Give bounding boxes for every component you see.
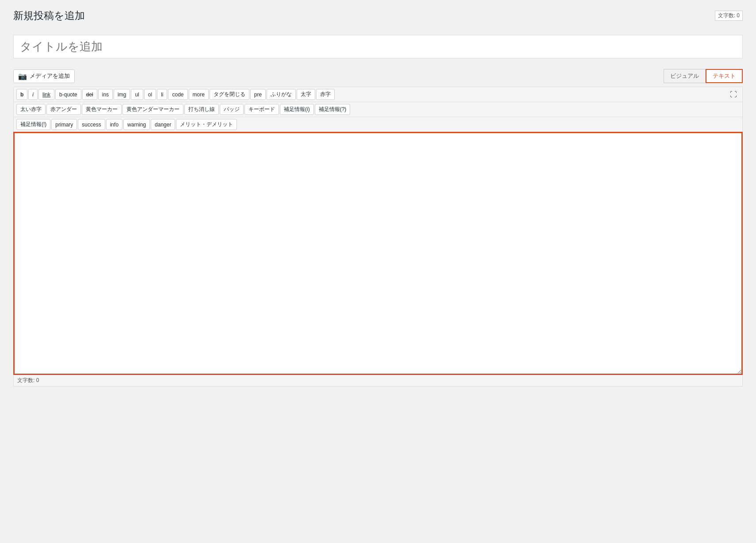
toolbar-btn-ul[interactable]: ul: [131, 89, 143, 100]
toolbar-btn-del[interactable]: del: [82, 89, 97, 100]
toolbar-btn-ins[interactable]: ins: [98, 89, 113, 100]
toolbar-btn-success[interactable]: success: [78, 119, 105, 130]
toolbar-btn-bold-jp[interactable]: 太字: [297, 89, 315, 100]
toolbar-btn-strikethrough[interactable]: 打ち消し線: [184, 104, 219, 115]
toolbar-btn-close-tag[interactable]: タグを閉じる: [210, 89, 249, 100]
toolbar-btn-code[interactable]: code: [168, 89, 187, 100]
add-media-button[interactable]: 📷 メディアを追加: [13, 69, 75, 83]
toolbar-row-3: 補足情報(!) primary success info warning dan…: [14, 117, 742, 132]
media-icon: 📷: [18, 72, 27, 80]
toolbar-btn-pre[interactable]: pre: [250, 89, 266, 100]
char-count-bottom: 文字数: 0: [13, 375, 743, 386]
toolbar-btn-info-q[interactable]: 補足情報(?): [315, 104, 351, 115]
editor-toolbar: b i link b-quote del ins img ul ol li co…: [13, 87, 743, 132]
toolbar-btn-yellow-under-marker[interactable]: 黄色アンダーマーカー: [122, 104, 183, 115]
toolbar-btn-warning[interactable]: warning: [123, 119, 150, 130]
tab-visual[interactable]: ビジュアル: [664, 69, 706, 83]
toolbar-btn-furigana[interactable]: ふりがな: [267, 89, 296, 100]
toolbar-btn-b[interactable]: b: [16, 89, 27, 100]
toolbar-btn-red-under[interactable]: 赤アンダー: [46, 104, 81, 115]
toolbar-row-2: 太い赤字 赤アンダー 黄色マーカー 黄色アンダーマーカー 打ち消し線 バッジ キ…: [14, 102, 742, 117]
toolbar-btn-danger[interactable]: danger: [151, 119, 175, 130]
toolbar-btn-link[interactable]: link: [38, 89, 54, 100]
toolbar-btn-merit-demerit[interactable]: メリット・デメリット: [176, 119, 237, 130]
tab-text[interactable]: テキスト: [706, 69, 743, 83]
toolbar-btn-badge[interactable]: バッジ: [220, 104, 244, 115]
toolbar-btn-primary[interactable]: primary: [51, 119, 77, 130]
toolbar-btn-keyboard[interactable]: キーボード: [244, 104, 279, 115]
add-media-label: メディアを追加: [30, 72, 70, 80]
toolbar-btn-info-i[interactable]: 補足情報(i): [280, 104, 314, 115]
toolbar-btn-i[interactable]: i: [28, 89, 38, 100]
toolbar-btn-img[interactable]: img: [114, 89, 130, 100]
title-input[interactable]: [13, 35, 743, 58]
editor-textarea[interactable]: [13, 132, 743, 375]
char-count-top: 文字数: 0: [715, 11, 743, 21]
toolbar-row-1: b i link b-quote del ins img ul ol li co…: [14, 87, 742, 102]
expand-icon[interactable]: ⛶: [727, 89, 740, 100]
toolbar-btn-info[interactable]: info: [106, 119, 122, 130]
toolbar-btn-info-ex[interactable]: 補足情報(!): [16, 119, 50, 130]
toolbar-btn-bquote[interactable]: b-quote: [55, 89, 81, 100]
toolbar-btn-yellow-marker[interactable]: 黄色マーカー: [82, 104, 122, 115]
toolbar-btn-li[interactable]: li: [157, 89, 167, 100]
page-title: 新規投稿を追加: [13, 9, 743, 23]
toolbar-btn-red[interactable]: 赤字: [316, 89, 335, 100]
toolbar-btn-more[interactable]: more: [189, 89, 209, 100]
toolbar-btn-bold-red[interactable]: 太い赤字: [16, 104, 46, 115]
toolbar-btn-ol[interactable]: ol: [144, 89, 156, 100]
